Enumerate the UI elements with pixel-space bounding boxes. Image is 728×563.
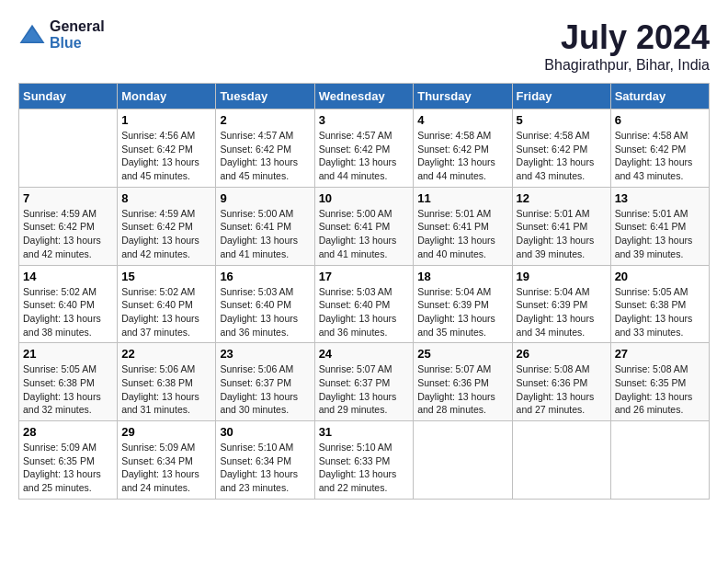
week-row-4: 21 Sunrise: 5:05 AMSunset: 6:38 PMDaylig… bbox=[19, 343, 710, 421]
day-number: 5 bbox=[517, 113, 607, 127]
calendar-cell: 5 Sunrise: 4:58 AMSunset: 6:42 PMDayligh… bbox=[512, 109, 610, 188]
calendar-cell: 7 Sunrise: 4:59 AMSunset: 6:42 PMDayligh… bbox=[19, 187, 118, 265]
day-number: 31 bbox=[319, 425, 410, 439]
cell-info: Sunrise: 4:58 AMSunset: 6:42 PMDaylight:… bbox=[517, 129, 607, 183]
header-cell-thursday: Thursday bbox=[414, 84, 512, 109]
cell-info: Sunrise: 5:01 AMSunset: 6:41 PMDaylight:… bbox=[615, 207, 705, 261]
logo: General Blue bbox=[18, 18, 105, 52]
cell-info: Sunrise: 5:02 AMSunset: 6:40 PMDaylight:… bbox=[121, 285, 211, 339]
calendar-cell: 29 Sunrise: 5:09 AMSunset: 6:34 PMDaylig… bbox=[118, 421, 216, 500]
day-number: 16 bbox=[220, 270, 310, 283]
calendar-cell: 24 Sunrise: 5:07 AMSunset: 6:37 PMDaylig… bbox=[314, 343, 414, 421]
day-number: 7 bbox=[23, 191, 113, 205]
day-number: 17 bbox=[319, 270, 410, 283]
calendar-cell: 31 Sunrise: 5:10 AMSunset: 6:33 PMDaylig… bbox=[314, 421, 414, 500]
week-row-5: 28 Sunrise: 5:09 AMSunset: 6:35 PMDaylig… bbox=[19, 421, 710, 500]
cell-info: Sunrise: 5:00 AMSunset: 6:41 PMDaylight:… bbox=[319, 207, 410, 261]
header-row: SundayMondayTuesdayWednesdayThursdayFrid… bbox=[19, 84, 710, 109]
cell-info: Sunrise: 4:56 AMSunset: 6:42 PMDaylight:… bbox=[121, 129, 211, 183]
cell-info: Sunrise: 5:04 AMSunset: 6:39 PMDaylight:… bbox=[417, 285, 507, 339]
calendar-cell: 6 Sunrise: 4:58 AMSunset: 6:42 PMDayligh… bbox=[610, 109, 709, 188]
calendar-cell: 11 Sunrise: 5:01 AMSunset: 6:41 PMDaylig… bbox=[414, 187, 512, 265]
day-number: 11 bbox=[417, 191, 507, 205]
calendar-cell bbox=[19, 109, 118, 188]
week-row-3: 14 Sunrise: 5:02 AMSunset: 6:40 PMDaylig… bbox=[19, 265, 710, 343]
calendar-cell: 20 Sunrise: 5:05 AMSunset: 6:38 PMDaylig… bbox=[610, 265, 709, 343]
day-number: 25 bbox=[417, 347, 507, 361]
cell-info: Sunrise: 5:09 AMSunset: 6:35 PMDaylight:… bbox=[23, 441, 113, 495]
calendar-cell: 17 Sunrise: 5:03 AMSunset: 6:40 PMDaylig… bbox=[314, 265, 414, 343]
calendar-cell: 22 Sunrise: 5:06 AMSunset: 6:38 PMDaylig… bbox=[118, 343, 216, 421]
calendar-cell: 28 Sunrise: 5:09 AMSunset: 6:35 PMDaylig… bbox=[19, 421, 118, 500]
calendar-cell bbox=[512, 421, 610, 500]
calendar-cell: 23 Sunrise: 5:06 AMSunset: 6:37 PMDaylig… bbox=[216, 343, 314, 421]
calendar-cell: 8 Sunrise: 4:59 AMSunset: 6:42 PMDayligh… bbox=[118, 187, 216, 265]
calendar-cell bbox=[610, 421, 709, 500]
cell-info: Sunrise: 5:01 AMSunset: 6:41 PMDaylight:… bbox=[417, 207, 507, 261]
cell-info: Sunrise: 4:57 AMSunset: 6:42 PMDaylight:… bbox=[220, 129, 310, 183]
day-number: 13 bbox=[615, 191, 705, 205]
day-number: 29 bbox=[121, 425, 211, 439]
cell-info: Sunrise: 5:06 AMSunset: 6:37 PMDaylight:… bbox=[220, 362, 310, 417]
cell-info: Sunrise: 5:09 AMSunset: 6:34 PMDaylight:… bbox=[121, 441, 211, 495]
calendar-cell: 14 Sunrise: 5:02 AMSunset: 6:40 PMDaylig… bbox=[19, 265, 118, 343]
calendar-cell: 30 Sunrise: 5:10 AMSunset: 6:34 PMDaylig… bbox=[216, 421, 314, 500]
day-number: 27 bbox=[615, 347, 705, 361]
week-row-2: 7 Sunrise: 4:59 AMSunset: 6:42 PMDayligh… bbox=[19, 187, 710, 265]
day-number: 12 bbox=[517, 191, 607, 205]
cell-info: Sunrise: 4:59 AMSunset: 6:42 PMDaylight:… bbox=[23, 207, 113, 261]
logo-icon bbox=[18, 21, 46, 49]
cell-info: Sunrise: 5:01 AMSunset: 6:41 PMDaylight:… bbox=[517, 207, 607, 261]
cell-info: Sunrise: 5:07 AMSunset: 6:36 PMDaylight:… bbox=[417, 362, 507, 417]
cell-info: Sunrise: 5:08 AMSunset: 6:36 PMDaylight:… bbox=[517, 362, 607, 417]
day-number: 8 bbox=[121, 191, 211, 205]
calendar-cell: 18 Sunrise: 5:04 AMSunset: 6:39 PMDaylig… bbox=[414, 265, 512, 343]
day-number: 28 bbox=[23, 425, 113, 439]
day-number: 30 bbox=[220, 425, 310, 439]
cell-info: Sunrise: 5:04 AMSunset: 6:39 PMDaylight:… bbox=[517, 285, 607, 339]
header-cell-friday: Friday bbox=[512, 84, 610, 109]
title-block: July 2024 Bhagirathpur, Bihar, India bbox=[544, 18, 710, 74]
logo-text: General Blue bbox=[50, 18, 105, 52]
calendar-cell: 12 Sunrise: 5:01 AMSunset: 6:41 PMDaylig… bbox=[512, 187, 610, 265]
cell-info: Sunrise: 5:07 AMSunset: 6:37 PMDaylight:… bbox=[319, 362, 410, 417]
header-cell-sunday: Sunday bbox=[19, 84, 118, 109]
calendar-cell: 27 Sunrise: 5:08 AMSunset: 6:35 PMDaylig… bbox=[610, 343, 709, 421]
day-number: 20 bbox=[615, 270, 705, 283]
cell-info: Sunrise: 5:00 AMSunset: 6:41 PMDaylight:… bbox=[220, 207, 310, 261]
day-number: 4 bbox=[417, 113, 507, 127]
day-number: 10 bbox=[319, 191, 410, 205]
day-number: 19 bbox=[517, 270, 607, 283]
calendar-cell: 10 Sunrise: 5:00 AMSunset: 6:41 PMDaylig… bbox=[314, 187, 414, 265]
header-cell-wednesday: Wednesday bbox=[314, 84, 414, 109]
day-number: 22 bbox=[121, 347, 211, 361]
cell-info: Sunrise: 4:59 AMSunset: 6:42 PMDaylight:… bbox=[121, 207, 211, 261]
cell-info: Sunrise: 4:58 AMSunset: 6:42 PMDaylight:… bbox=[417, 129, 507, 183]
week-row-1: 1 Sunrise: 4:56 AMSunset: 6:42 PMDayligh… bbox=[19, 109, 710, 188]
page-header: General Blue July 2024 Bhagirathpur, Bih… bbox=[18, 18, 710, 74]
day-number: 3 bbox=[319, 113, 410, 127]
cell-info: Sunrise: 5:10 AMSunset: 6:33 PMDaylight:… bbox=[319, 441, 410, 495]
calendar-cell: 9 Sunrise: 5:00 AMSunset: 6:41 PMDayligh… bbox=[216, 187, 314, 265]
location: Bhagirathpur, Bihar, India bbox=[544, 57, 710, 74]
day-number: 9 bbox=[220, 191, 310, 205]
cell-info: Sunrise: 5:05 AMSunset: 6:38 PMDaylight:… bbox=[615, 285, 705, 339]
cell-info: Sunrise: 4:58 AMSunset: 6:42 PMDaylight:… bbox=[615, 129, 705, 183]
cell-info: Sunrise: 5:10 AMSunset: 6:34 PMDaylight:… bbox=[220, 441, 310, 495]
calendar-cell: 13 Sunrise: 5:01 AMSunset: 6:41 PMDaylig… bbox=[610, 187, 709, 265]
day-number: 18 bbox=[417, 270, 507, 283]
calendar-cell: 3 Sunrise: 4:57 AMSunset: 6:42 PMDayligh… bbox=[314, 109, 414, 188]
cell-info: Sunrise: 5:03 AMSunset: 6:40 PMDaylight:… bbox=[220, 285, 310, 339]
month-year: July 2024 bbox=[544, 18, 710, 57]
cell-info: Sunrise: 5:03 AMSunset: 6:40 PMDaylight:… bbox=[319, 285, 410, 339]
day-number: 15 bbox=[121, 270, 211, 283]
cell-info: Sunrise: 4:57 AMSunset: 6:42 PMDaylight:… bbox=[319, 129, 410, 183]
header-cell-tuesday: Tuesday bbox=[216, 84, 314, 109]
calendar-cell: 15 Sunrise: 5:02 AMSunset: 6:40 PMDaylig… bbox=[118, 265, 216, 343]
cell-info: Sunrise: 5:02 AMSunset: 6:40 PMDaylight:… bbox=[23, 285, 113, 339]
svg-marker-1 bbox=[22, 29, 43, 42]
day-number: 26 bbox=[517, 347, 607, 361]
calendar-cell: 4 Sunrise: 4:58 AMSunset: 6:42 PMDayligh… bbox=[414, 109, 512, 188]
day-number: 24 bbox=[319, 347, 410, 361]
header-cell-saturday: Saturday bbox=[610, 84, 709, 109]
